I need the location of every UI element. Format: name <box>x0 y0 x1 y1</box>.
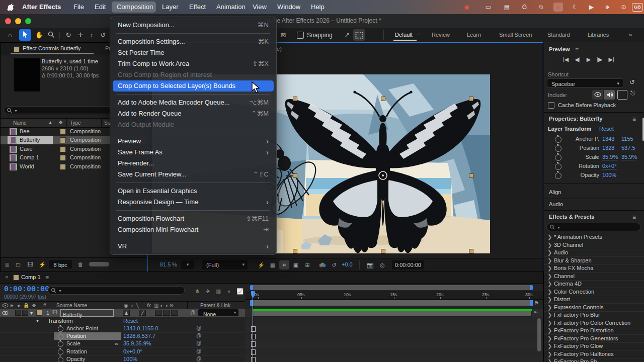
include-audio-icon[interactable] <box>604 90 615 100</box>
property-value[interactable]: 1343 <box>602 136 614 142</box>
property-value[interactable]: 1155 <box>621 136 633 142</box>
menu-item-trim-comp-to-work-area[interactable]: Trim Comp to Work Area⇧⌘X <box>113 58 274 69</box>
effects-category-fxfactory-pro-distortion[interactable]: ❯FxFactory Pro Distortion <box>544 327 644 335</box>
link-scale-icon[interactable]: ∞ <box>594 154 598 160</box>
layer-pickwhip-icon[interactable]: @ <box>190 310 195 315</box>
category-chevron-icon[interactable]: ❯ <box>547 304 552 311</box>
effects-category-3d-channel[interactable]: ❯3D Channel <box>544 241 644 249</box>
category-chevron-icon[interactable]: ❯ <box>547 249 552 256</box>
parent-dropdown[interactable]: None ▾ <box>198 309 238 316</box>
effects-category-color-correction[interactable]: ❯Color Correction <box>544 288 644 296</box>
menu-item-save-frame-as[interactable]: Save Frame As› <box>113 147 274 158</box>
effects-category-cinema-4d[interactable]: ❯Cinema 4D <box>544 280 644 288</box>
free-transform-icon[interactable]: ⊠ <box>277 29 289 41</box>
pickwhip-icon[interactable]: @ <box>196 356 201 361</box>
workspace-tab-small-screen[interactable]: Small Screen <box>499 28 532 42</box>
timeline-property-row-opacity[interactable]: Opacity100%@ <box>0 355 543 362</box>
menu-item-pre-render[interactable]: Pre-render... <box>113 158 274 169</box>
menubar-item-composition[interactable]: Composition <box>117 0 153 14</box>
work-area-bar[interactable] <box>250 300 533 306</box>
film-panel-icon[interactable]: ▤ <box>502 3 512 12</box>
next-frame-button[interactable]: |▶ <box>597 56 602 65</box>
effects-category-expression-controls[interactable]: ❯Expression Controls <box>544 304 644 312</box>
menu-item-add-to-render-queue[interactable]: Add to Render Queue⌃⌘M <box>113 108 274 119</box>
menubar-item-file[interactable]: File <box>73 0 84 14</box>
region-of-interest-icon[interactable]: ⌗ <box>279 260 289 269</box>
category-chevron-icon[interactable]: ❯ <box>547 289 552 295</box>
pickwhip-icon[interactable]: @ <box>196 325 201 331</box>
layer-switch-cell3[interactable] <box>171 310 178 316</box>
resolution-dropdown[interactable]: (Full) ▾ <box>202 260 248 269</box>
keyboard-input-badge[interactable]: GB <box>632 3 643 12</box>
project-item-label-swatch[interactable] <box>60 164 66 170</box>
export-icon[interactable]: ⎋ <box>630 89 635 97</box>
category-chevron-icon[interactable]: ❯ <box>547 312 552 318</box>
pickwhip-icon[interactable]: @ <box>196 340 201 346</box>
effects-presets-menu-icon[interactable]: ≡ <box>632 214 636 221</box>
column-name[interactable]: Name <box>13 120 27 126</box>
menu-item-open-in-essential-graphics[interactable]: Open in Essential Graphics <box>113 186 274 197</box>
stopwatch-icon[interactable] <box>555 154 561 161</box>
menubar-item-animation[interactable]: Animation <box>216 0 246 14</box>
workspace-tab-default[interactable]: Default <box>395 28 413 42</box>
menu-item-preview[interactable]: Preview› <box>113 136 274 147</box>
apple-logo-icon[interactable] <box>7 3 15 12</box>
include-video-icon[interactable] <box>592 90 603 100</box>
column-type[interactable]: Type <box>70 120 81 126</box>
timeline-property-value[interactable]: 1343.0,1155.0 <box>123 325 158 331</box>
navigator-end-handle[interactable] <box>530 285 533 290</box>
label-column-icon[interactable]: ❖ <box>58 120 63 125</box>
menu-item-save-current-preview[interactable]: Save Current Preview...⌃⇧C <box>113 169 274 180</box>
bit-depth-button[interactable]: 8 bpc <box>54 262 67 268</box>
category-chevron-icon[interactable]: ❯ <box>547 320 552 326</box>
menu-item-responsive-design-time[interactable]: Responsive Design — Time› <box>113 197 274 208</box>
time-navigator-bar[interactable] <box>250 285 533 290</box>
viewer-timecode[interactable]: 0:00:00:00 <box>395 262 421 268</box>
workspace-tab-standard[interactable]: Standard <box>547 28 570 42</box>
chrome-icon[interactable]: G <box>520 3 529 12</box>
layer-quality-switch2[interactable]: ╱ <box>139 310 146 316</box>
effects-category-fxfactory-pro-color-correction[interactable]: ❯FxFactory Pro Color Correction <box>544 319 644 327</box>
frame-blending-icon[interactable]: ▥ <box>214 287 223 295</box>
effects-category-channel[interactable]: ❯Channel <box>544 273 644 281</box>
previous-frame-button[interactable]: ◀| <box>575 56 580 65</box>
category-chevron-icon[interactable]: ❯ <box>547 296 552 303</box>
pickwhip-icon[interactable]: @ <box>196 348 201 354</box>
property-value[interactable]: 537.5 <box>621 145 635 151</box>
effects-category-fxfactory-pro-blur[interactable]: ❯FxFactory Pro Blur <box>544 311 644 319</box>
menu-item-add-to-adobe-media-encoder-queue[interactable]: Add to Adobe Media Encoder Queue...⌥⌘M <box>113 97 274 108</box>
channel-rgb-icon[interactable] <box>319 262 326 268</box>
audio-section-header[interactable]: Audio <box>549 201 563 207</box>
guides-icon[interactable]: ⊞ <box>302 260 312 269</box>
project-item-label-swatch[interactable] <box>60 155 66 161</box>
timeline-search-input[interactable]: ▾ <box>48 286 185 295</box>
new-composition-icon[interactable]: 🎞 <box>26 260 35 268</box>
pan-camera-tool-button[interactable]: ✛ <box>74 29 87 41</box>
menubar-item-after-effects[interactable]: After Effects <box>22 0 61 14</box>
effects-category-fxfactory-pro-glow[interactable]: ❯FxFactory Pro Glow <box>544 342 644 350</box>
orbit-camera-tool-button[interactable]: ↻ <box>62 29 74 41</box>
layer-switch-cell2[interactable] <box>163 310 170 316</box>
category-chevron-icon[interactable]: ❯ <box>547 335 552 342</box>
category-chevron-icon[interactable]: ❯ <box>547 234 552 240</box>
work-area-end[interactable] <box>530 300 533 306</box>
snapping-checkbox[interactable] <box>297 32 304 39</box>
layer-visibility-eye-icon[interactable] <box>2 311 9 315</box>
timeline-property-row-scale[interactable]: Scale∞35.9,35.9%@ <box>0 340 543 348</box>
menubar-item-view[interactable]: View <box>253 0 267 14</box>
stage-manager-icon[interactable]: ▭ <box>484 3 493 12</box>
menu-item-composition-settings[interactable]: Composition Settings...⌘K <box>113 36 274 47</box>
viewer-zoom-value[interactable]: 81.5 <box>160 261 171 267</box>
layer-duration-bar[interactable] <box>253 311 532 317</box>
source-name-column[interactable]: Source Name <box>56 303 87 308</box>
category-chevron-icon[interactable]: ❯ <box>547 281 552 287</box>
category-chevron-icon[interactable]: ❯ <box>547 242 552 248</box>
layer-twirl-icon[interactable]: ▾ <box>30 310 33 316</box>
stopwatch-icon[interactable] <box>555 145 561 152</box>
moon-icon[interactable]: ☾ <box>571 3 580 12</box>
timeline-property-value[interactable]: 100% <box>123 356 137 362</box>
effects-category-blur-sharpen[interactable]: ❯Blur & Sharpen <box>544 257 644 265</box>
mask-visibility-icon[interactable]: ▣ <box>291 260 301 269</box>
timeline-tab-menu-icon[interactable]: ≡ <box>45 274 49 281</box>
stopwatch-icon[interactable] <box>555 172 561 179</box>
